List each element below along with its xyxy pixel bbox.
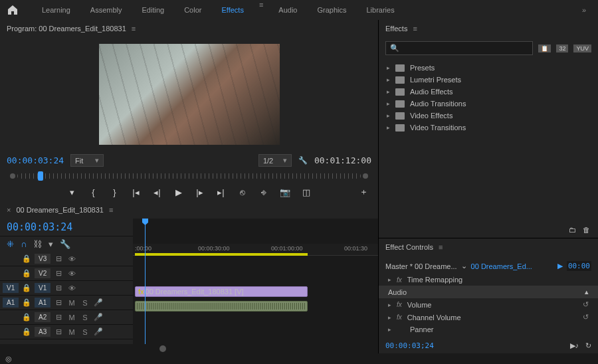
solo-icon[interactable]: S [80,314,90,321]
play-tiny-icon[interactable]: ▶ [557,262,563,270]
snapshot-icon[interactable]: 📷 [280,187,290,197]
ec-menu-icon[interactable] [439,243,443,251]
mute-icon[interactable]: M [66,314,77,321]
sync-lock-icon[interactable]: ⊟ [53,327,64,336]
ws-effects-menu-icon[interactable]: ≡ [254,1,268,19]
lift-icon[interactable]: ⎋ [237,187,248,197]
button-editor-icon[interactable]: ＋ [358,187,369,197]
extract-icon[interactable]: ⎆ [258,187,269,197]
voice-icon[interactable]: 🎤 [93,313,104,321]
ec-play-icon[interactable]: ▶♪ [570,341,579,350]
ec-audio-header[interactable]: Audio▴ [379,286,598,298]
delete-icon[interactable]: 🗑 [583,226,590,234]
sync-lock-icon[interactable]: ⊟ [53,284,64,292]
fit-dropdown[interactable]: Fit [70,154,104,167]
track-label-v3[interactable]: V3 [35,254,50,264]
wrench-tool-icon[interactable]: 🔧 [60,239,70,249]
sequence-tab[interactable]: × 00 Dreamers_Edit_180831 [0,201,378,219]
track-label-v2[interactable]: V2 [35,268,50,278]
fx-folder-lumetri[interactable]: ▸Lumetri Presets [379,74,598,86]
out-point-icon[interactable]: } [110,187,120,197]
playhead[interactable] [145,219,146,344]
work-area-bar[interactable] [135,253,308,256]
mute-icon[interactable]: M [66,328,77,336]
ec-row-channel-vol[interactable]: ▸fxChannel Volume↺ [379,311,598,323]
slider-start-icon[interactable] [10,173,15,179]
snap-icon[interactable]: ⁜ [7,239,14,249]
ec-row-time-remap[interactable]: ▸fxTime Remapping [379,274,598,286]
audio-clip[interactable] [135,301,308,312]
reset-icon[interactable]: ↺ [583,300,589,309]
track-label-a3[interactable]: A3 [35,327,50,337]
ec-row-volume[interactable]: ▸fxVolume↺ [379,298,598,311]
timeline-track-area[interactable]: :00:00 00:00:30:00 00:01:00:00 00:01:30 … [133,219,378,344]
slider-end-icon[interactable] [363,173,368,179]
ec-row-panner[interactable]: ▸Panner [379,323,598,335]
ec-loop-icon[interactable]: ↻ [585,341,591,350]
go-out-icon[interactable]: ▸| [216,187,227,197]
lock-icon[interactable]: 🔒 [21,254,32,263]
program-scrubber[interactable] [17,173,361,179]
collapse-icon[interactable]: ▴ [585,288,589,296]
badge-yuv-icon[interactable]: YUV [573,45,591,52]
solo-icon[interactable]: S [80,299,90,307]
compare-icon[interactable]: ◫ [301,187,312,197]
effects-search-input[interactable] [403,45,528,52]
lock-icon[interactable]: 🔒 [21,284,32,292]
timeline-tc[interactable]: 00:00:03:24 [7,221,72,233]
sync-lock-icon[interactable]: ⊟ [53,298,64,307]
ec-clip-label[interactable]: 00 Dreamers_Ed... [471,262,532,270]
ws-tab-learning[interactable]: Learning [32,1,80,19]
fx-folder-audiotrans[interactable]: ▸Audio Transitions [379,98,598,110]
overflow-icon[interactable]: » [577,6,591,14]
video-clip[interactable]: fx00 Dreamers_Edit_180831 [V] [135,286,308,297]
solo-icon[interactable]: S [80,328,90,336]
close-tab-icon[interactable]: × [7,206,11,214]
ws-tab-editing[interactable]: Editing [132,1,175,19]
fx-folder-presets[interactable]: ▸Presets [379,62,598,74]
source-patch-a1[interactable]: A1 [3,298,19,308]
ws-tab-graphics[interactable]: Graphics [307,1,356,19]
sync-lock-icon[interactable]: ⊟ [53,254,64,263]
fx-folder-videofx[interactable]: ▸Video Effects [379,110,598,122]
voice-icon[interactable]: 🎤 [93,327,104,336]
hscroll-thumb[interactable] [159,345,166,352]
lock-icon[interactable]: 🔒 [21,327,32,336]
chevron-down-icon[interactable]: ⌄ [461,262,467,270]
badge-32bit-icon[interactable]: 32 [556,45,568,52]
toggle-output-icon[interactable]: 👁 [66,284,77,292]
go-in-icon[interactable]: |◂ [131,187,142,197]
track-label-a2[interactable]: A2 [35,312,50,322]
lock-icon[interactable]: 🔒 [21,269,32,278]
sequence-menu-icon[interactable] [109,206,113,214]
sync-lock-icon[interactable]: ⊟ [53,313,64,321]
in-point-icon[interactable]: { [88,187,99,197]
home-icon[interactable] [7,5,19,15]
sync-lock-icon[interactable]: ⊟ [53,269,64,278]
ws-tab-effects[interactable]: Effects [211,1,253,19]
program-menu-icon[interactable] [132,25,136,33]
mute-icon[interactable]: M [66,299,77,307]
time-ruler[interactable]: :00:00 00:00:30:00 00:01:00:00 00:01:30 [133,244,378,256]
ec-master-label[interactable]: Master * 00 Dreame... [385,262,457,270]
zoom-dropdown[interactable]: 1/2 [258,154,292,167]
ws-tab-audio[interactable]: Audio [268,1,307,19]
fx-folder-videotrans[interactable]: ▸Video Transitions [379,122,598,134]
badge-accel-icon[interactable]: 📋 [538,45,551,52]
toggle-output-icon[interactable]: 👁 [66,255,77,263]
new-bin-icon[interactable]: 🗀 [569,226,576,234]
ws-tab-libraries[interactable]: Libraries [356,1,404,19]
marker-icon[interactable]: ▾ [67,187,78,197]
step-back-icon[interactable]: ◂| [152,187,163,197]
fx-folder-audiofx[interactable]: ▸Audio Effects [379,86,598,98]
settings-icon[interactable]: 🔧 [298,156,308,165]
ws-tab-assembly[interactable]: Assembly [80,1,132,19]
track-label-a1[interactable]: A1 [35,298,50,308]
ec-tc-bottom[interactable]: 00:00:03;24 [385,341,434,350]
link-icon[interactable]: ⛓ [33,239,42,249]
voice-icon[interactable]: 🎤 [93,298,104,307]
program-tc-left[interactable]: 00:00:03:24 [7,155,64,165]
ws-tab-color[interactable]: Color [174,1,211,19]
source-patch-v1[interactable]: V1 [3,283,19,293]
program-monitor[interactable] [99,44,280,145]
